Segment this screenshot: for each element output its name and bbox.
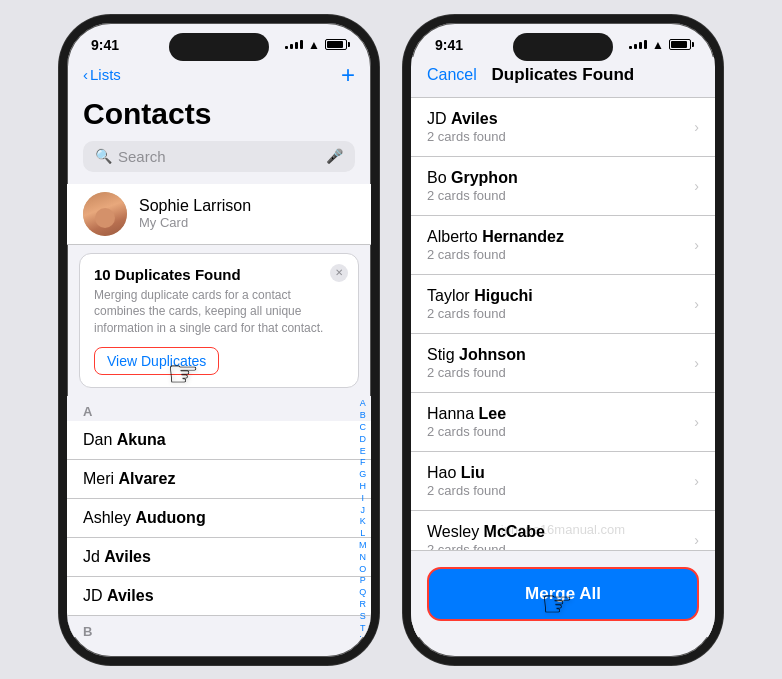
chevron-icon: › (694, 237, 699, 253)
my-card[interactable]: Sophie Larrison My Card (67, 184, 371, 245)
time-2: 9:41 (435, 37, 463, 53)
section-header-a: A (67, 396, 371, 421)
contact-list: A Dan Akuna Meri Alvarez Ashley Auduong … (67, 396, 371, 637)
mic-icon: 🎤 (326, 148, 343, 164)
dynamic-island-2 (513, 33, 613, 61)
cancel-button[interactable]: Cancel (427, 66, 477, 84)
my-card-subtitle: My Card (139, 215, 251, 230)
chevron-icon: › (694, 178, 699, 194)
modal-title: Duplicates Found (492, 65, 635, 85)
phone-2: 9:41 ▲ Cancel Duplicates Found (403, 15, 723, 665)
chevron-icon: › (694, 355, 699, 371)
duplicate-item-gryphon[interactable]: Bo Gryphon 2 cards found › (411, 157, 715, 216)
watermark: iphone16manual.com (501, 522, 625, 537)
signal-icon-2 (629, 40, 647, 49)
chevron-icon: › (694, 414, 699, 430)
dynamic-island (169, 33, 269, 61)
back-button[interactable]: ‹ Lists (83, 66, 121, 83)
duplicate-item-hernandez[interactable]: Alberto Hernandez 2 cards found › (411, 216, 715, 275)
modal-header: Cancel Duplicates Found (411, 57, 715, 98)
status-icons-1: ▲ (285, 38, 347, 52)
contact-item[interactable]: Meri Alvarez (67, 460, 371, 499)
search-icon: 🔍 (95, 148, 112, 164)
my-card-name: Sophie Larrison (139, 197, 251, 215)
duplicate-item-johnson[interactable]: Stig Johnson 2 cards found › (411, 334, 715, 393)
status-icons-2: ▲ (629, 38, 691, 52)
duplicate-list: JD Aviles 2 cards found › Bo Gryphon 2 c… (411, 98, 715, 550)
contact-item[interactable]: Jd Aviles (67, 538, 371, 577)
phone2-content: Cancel Duplicates Found JD Aviles 2 card… (411, 57, 715, 637)
wifi-icon: ▲ (308, 38, 320, 52)
battery-icon-2 (669, 39, 691, 50)
add-button[interactable]: + (341, 61, 355, 89)
search-bar[interactable]: 🔍 Search 🎤 (83, 141, 355, 172)
duplicate-item-higuchi[interactable]: Taylor Higuchi 2 cards found › (411, 275, 715, 334)
page-title-1: Contacts (67, 97, 371, 141)
section-header-b: B (67, 616, 371, 637)
hand-cursor-2: ☞ (541, 583, 573, 625)
signal-icon (285, 40, 303, 49)
contact-item[interactable]: JD Aviles (67, 577, 371, 616)
chevron-icon: › (694, 119, 699, 135)
chevron-icon: › (694, 532, 699, 548)
wifi-icon-2: ▲ (652, 38, 664, 52)
banner-description: Merging duplicate cards for a contact co… (94, 287, 344, 337)
chevron-icon: › (694, 473, 699, 489)
alpha-index: A B C D E F G H I J K L M N O P Q R S T (359, 399, 368, 637)
chevron-icon: › (694, 296, 699, 312)
time-1: 9:41 (91, 37, 119, 53)
banner-title: 10 Duplicates Found (94, 266, 344, 283)
avatar (83, 192, 127, 236)
duplicate-item-aviles[interactable]: JD Aviles 2 cards found › (411, 98, 715, 157)
contact-item[interactable]: Ashley Auduong (67, 499, 371, 538)
banner-close-button[interactable]: ✕ (330, 264, 348, 282)
duplicate-item-lee[interactable]: Hanna Lee 2 cards found › (411, 393, 715, 452)
hand-cursor-1: ☞ (167, 353, 199, 395)
duplicates-banner: ✕ 10 Duplicates Found Merging duplicate … (79, 253, 359, 388)
my-card-info: Sophie Larrison My Card (139, 197, 251, 230)
phone1-content: ‹ Lists + Contacts 🔍 Search 🎤 Sophie Lar… (67, 57, 371, 637)
phone-1: 9:41 ▲ ‹ Lists + Contacts (59, 15, 379, 665)
view-duplicates-button[interactable]: View Duplicates (94, 347, 219, 375)
battery-icon (325, 39, 347, 50)
duplicate-item-liu[interactable]: Hao Liu 2 cards found › (411, 452, 715, 511)
nav-bar-1: ‹ Lists + (67, 57, 371, 97)
contact-item[interactable]: Dan Akuna (67, 421, 371, 460)
search-input[interactable]: Search (118, 148, 320, 165)
